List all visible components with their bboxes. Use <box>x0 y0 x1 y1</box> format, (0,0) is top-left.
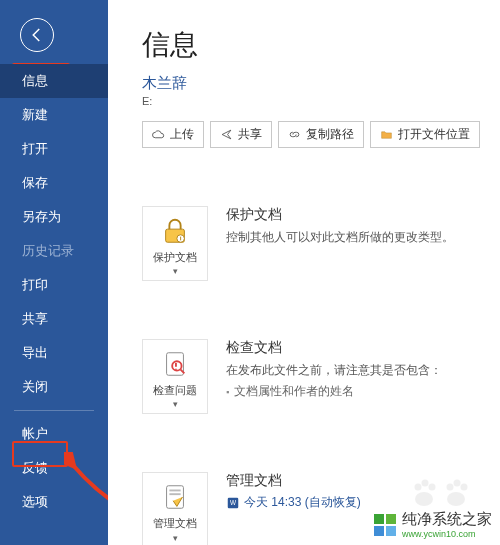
share-button[interactable]: 共享 <box>210 121 272 148</box>
manage-title: 管理文档 <box>226 472 361 490</box>
manage-tile-label: 管理文档 <box>153 517 197 530</box>
inspect-sub: 文档属性和作者的姓名 <box>226 383 442 400</box>
open-location-label: 打开文件位置 <box>398 126 470 143</box>
copy-path-button[interactable]: 复制路径 <box>278 121 364 148</box>
protect-tile-label: 保护文档 <box>153 251 197 264</box>
sidebar-item-open[interactable]: 打开 <box>0 132 108 166</box>
watermark-logo <box>374 514 396 536</box>
upload-button[interactable]: 上传 <box>142 121 204 148</box>
sidebar-item-export[interactable]: 导出 <box>0 336 108 370</box>
sidebar-item-info[interactable]: 信息 <box>0 64 108 98</box>
cloud-upload-icon <box>152 128 165 141</box>
chevron-down-icon: ▾ <box>173 533 178 543</box>
sidebar-item-share[interactable]: 共享 <box>0 302 108 336</box>
sidebar-separator <box>14 410 94 411</box>
inspect-title: 检查文档 <box>226 339 442 357</box>
sidebar-item-feedback[interactable]: 反馈 <box>0 451 108 485</box>
protect-desc: 控制其他人可以对此文档所做的更改类型。 <box>226 228 454 246</box>
inspect-document-section: 检查问题 ▾ 检查文档 在发布此文件之前，请注意其是否包含： 文档属性和作者的姓… <box>142 339 500 414</box>
protect-document-section: 保护文档 ▾ 保护文档 控制其他人可以对此文档所做的更改类型。 <box>142 206 500 281</box>
upload-label: 上传 <box>170 126 194 143</box>
word-doc-icon: W <box>226 496 240 510</box>
link-icon <box>288 128 301 141</box>
copy-path-label: 复制路径 <box>306 126 354 143</box>
autorecover-entry[interactable]: W 今天 14:33 (自动恢复) <box>226 494 361 511</box>
manage-doc-icon <box>159 481 191 513</box>
svg-rect-4 <box>167 486 184 509</box>
page-title: 信息 <box>142 26 500 64</box>
sidebar-item-account[interactable]: 帐户 <box>0 417 108 451</box>
sidebar-item-new[interactable]: 新建 <box>0 98 108 132</box>
watermark-text: 纯净系统之家 <box>402 510 492 529</box>
inspect-icon <box>159 348 191 380</box>
sidebar-item-history: 历史记录 <box>0 234 108 268</box>
back-button[interactable] <box>20 18 54 52</box>
share-icon <box>220 128 233 141</box>
document-title[interactable]: 木兰辞 <box>142 74 500 93</box>
protect-document-tile[interactable]: 保护文档 ▾ <box>142 206 208 281</box>
lock-icon <box>159 215 191 247</box>
sidebar-item-options[interactable]: 选项 <box>0 485 108 519</box>
chevron-down-icon: ▾ <box>173 399 178 409</box>
autorecover-label: 今天 14:33 (自动恢复) <box>244 494 361 511</box>
open-location-button[interactable]: 打开文件位置 <box>370 121 480 148</box>
backstage-sidebar: 信息 新建 打开 保存 另存为 历史记录 打印 共享 导出 关闭 帐户 反馈 选… <box>0 0 108 545</box>
inspect-document-tile[interactable]: 检查问题 ▾ <box>142 339 208 414</box>
sidebar-item-print[interactable]: 打印 <box>0 268 108 302</box>
sidebar-item-save[interactable]: 保存 <box>0 166 108 200</box>
svg-rect-6 <box>169 494 180 496</box>
watermark: 纯净系统之家 www.ycwin10.com <box>374 510 492 539</box>
document-path: E: <box>142 95 500 107</box>
protect-title: 保护文档 <box>226 206 454 224</box>
folder-icon <box>380 128 393 141</box>
inspect-desc: 在发布此文件之前，请注意其是否包含： <box>226 361 442 379</box>
main-content: 信息 木兰辞 E: 上传 共享 复制路径 打开文件位置 保护文档 ▾ 保护 <box>108 0 500 545</box>
chevron-down-icon: ▾ <box>173 266 178 276</box>
action-buttons-row: 上传 共享 复制路径 打开文件位置 <box>142 121 500 148</box>
inspect-tile-label: 检查问题 <box>153 384 197 397</box>
svg-text:W: W <box>230 499 237 506</box>
sidebar-item-saveas[interactable]: 另存为 <box>0 200 108 234</box>
watermark-url: www.ycwin10.com <box>402 529 492 539</box>
share-label: 共享 <box>238 126 262 143</box>
sidebar-item-close[interactable]: 关闭 <box>0 370 108 404</box>
svg-rect-5 <box>169 490 180 492</box>
arrow-left-icon <box>28 26 46 44</box>
manage-document-tile[interactable]: 管理文档 ▾ <box>142 472 208 545</box>
